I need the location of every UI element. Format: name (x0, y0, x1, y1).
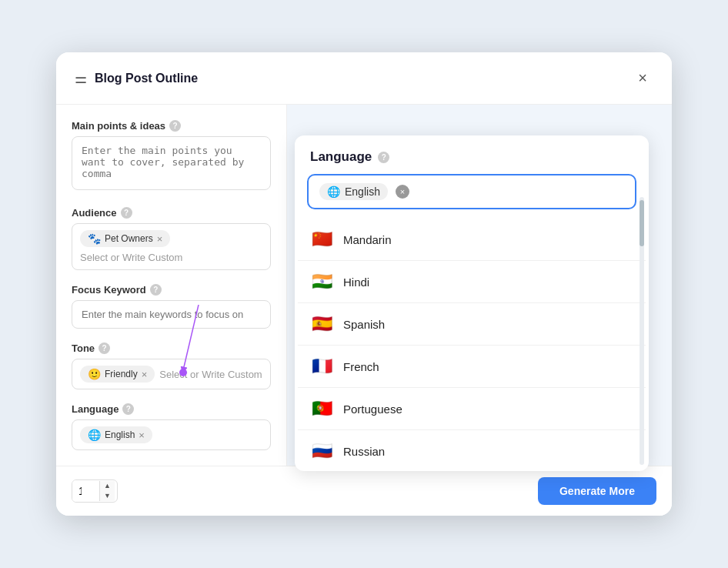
language-tag-input[interactable]: 🌐 English × (72, 419, 271, 450)
language-dropdown-list: 🇨🇳 Mandarin 🇮🇳 Hindi 🇪🇸 Spanish 🇫🇷 Frenc… (295, 219, 649, 465)
language-tag-remove[interactable]: × (139, 430, 145, 440)
mandarin-flag: 🇨🇳 (312, 229, 332, 249)
dropdown-scrollbar-thumb[interactable] (640, 200, 644, 246)
language-option-spanish[interactable]: 🇪🇸 Spanish (298, 303, 646, 346)
main-points-textarea[interactable] (72, 136, 271, 190)
tone-field: Tone ? 🙂 Friendly × Select or Write Cust… (72, 342, 271, 389)
portuguese-label: Portuguese (343, 403, 402, 416)
language-dropdown: Language ? 🌐 English × 🇨🇳 Mandarin (295, 135, 649, 471)
language-tag-icon: 🌐 (88, 429, 101, 441)
main-points-field: Main points & ideas ? (72, 120, 271, 193)
quantity-input[interactable]: 1 (72, 480, 99, 502)
blog-post-outline-modal: ⚌ Blog Post Outline × Main points & idea… (56, 52, 672, 516)
left-panel: Main points & ideas ? Audience ? 🐾 Pet O… (56, 105, 287, 466)
audience-tag-input[interactable]: 🐾 Pet Owners × Select or Write Custom (72, 223, 271, 270)
quantity-input-wrapper: 1 ▲ ▼ (72, 479, 118, 503)
modal-footer: 1 ▲ ▼ Generate More (56, 466, 672, 516)
audience-tag: 🐾 Pet Owners × (80, 230, 170, 247)
hindi-label: Hindi (343, 276, 369, 289)
mandarin-label: Mandarin (343, 233, 392, 246)
russian-flag: 🇷🇺 (312, 441, 332, 461)
audience-field: Audience ? 🐾 Pet Owners × Select or Writ… (72, 207, 271, 270)
audience-help-icon[interactable]: ? (121, 207, 132, 219)
spanish-flag: 🇪🇸 (312, 314, 332, 334)
focus-keyword-field: Focus Keyword ? (72, 284, 271, 329)
quantity-down-btn[interactable]: ▼ (100, 491, 115, 501)
close-button[interactable]: × (632, 66, 653, 90)
language-field: Language ? 🌐 English × (72, 403, 271, 450)
audience-placeholder: Select or Write Custom (80, 252, 182, 263)
language-search-box[interactable]: 🌐 English × (307, 174, 636, 209)
selected-language-remove[interactable]: × (396, 185, 409, 199)
quantity-spinners: ▲ ▼ (99, 481, 115, 501)
tone-tag-remove[interactable]: × (142, 369, 148, 379)
outline-icon: ⚌ (75, 70, 87, 87)
language-option-russian[interactable]: 🇷🇺 Russian (298, 430, 646, 465)
selected-language-flag: 🌐 (327, 185, 340, 198)
tone-tag: 🙂 Friendly × (80, 366, 155, 383)
modal-title: Blog Post Outline (95, 72, 632, 85)
russian-label: Russian (343, 445, 385, 458)
modal-header: ⚌ Blog Post Outline × (56, 52, 672, 105)
portuguese-flag: 🇵🇹 (312, 399, 332, 419)
language-dropdown-header: Language ? (295, 135, 649, 174)
spanish-label: Spanish (343, 318, 385, 331)
language-option-hindi[interactable]: 🇮🇳 Hindi (298, 261, 646, 303)
focus-keyword-help-icon[interactable]: ? (150, 284, 162, 296)
language-tag: 🌐 English × (80, 426, 152, 443)
hindi-flag: 🇮🇳 (312, 272, 332, 292)
modal-body: Main points & ideas ? Audience ? 🐾 Pet O… (56, 105, 672, 466)
tone-tag-input[interactable]: 🙂 Friendly × Select or Write Custom (72, 359, 271, 389)
tone-label: Tone ? (72, 342, 271, 354)
focus-keyword-label: Focus Keyword ? (72, 284, 271, 296)
tone-help-icon[interactable]: ? (99, 342, 110, 354)
audience-tag-icon: 🐾 (88, 232, 101, 245)
language-label: Language ? (72, 403, 271, 415)
main-points-help-icon[interactable]: ? (169, 120, 181, 132)
french-flag: 🇫🇷 (312, 356, 332, 376)
tone-tag-icon: 🙂 (88, 368, 101, 380)
focus-keyword-input[interactable] (72, 300, 271, 329)
language-dropdown-help-icon[interactable]: ? (378, 152, 389, 163)
language-help-icon[interactable]: ? (122, 403, 134, 415)
generate-more-button[interactable]: Generate More (538, 477, 656, 505)
language-option-french[interactable]: 🇫🇷 French (298, 346, 646, 388)
audience-label: Audience ? (72, 207, 271, 219)
language-option-portuguese[interactable]: 🇵🇹 Portuguese (298, 388, 646, 430)
right-panel: Language ? 🌐 English × 🇨🇳 Mandarin (287, 105, 672, 466)
language-option-mandarin[interactable]: 🇨🇳 Mandarin (298, 219, 646, 261)
main-points-label: Main points & ideas ? (72, 120, 271, 132)
audience-tag-remove[interactable]: × (157, 234, 163, 244)
quantity-up-btn[interactable]: ▲ (100, 481, 115, 491)
tone-placeholder: Select or Write Custom (159, 369, 262, 380)
selected-language-tag: 🌐 English (319, 183, 388, 200)
french-label: French (343, 360, 379, 373)
dropdown-scrollbar-track[interactable] (640, 197, 644, 465)
